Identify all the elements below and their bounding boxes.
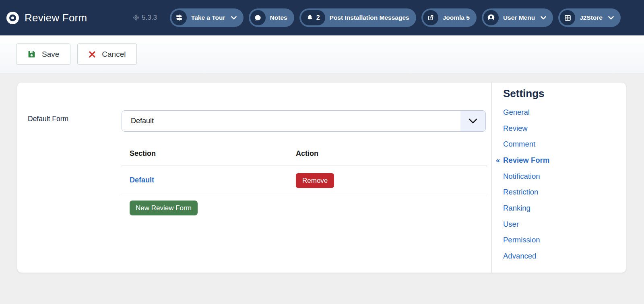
column-header-action: Action <box>296 149 318 158</box>
table-divider <box>122 165 487 165</box>
settings-item-review-form[interactable]: « Review Form <box>503 152 620 168</box>
page-background: Default Form Default Section Action Defa… <box>0 73 644 304</box>
save-icon <box>27 50 36 58</box>
cancel-label: Cancel <box>102 50 126 59</box>
column-header-section: Section <box>130 149 156 158</box>
pill-label: Joomla 5 <box>443 14 470 21</box>
joomla-logo-icon: ⌘ <box>131 13 140 22</box>
select-value: Default <box>122 117 460 125</box>
table-divider <box>122 196 487 196</box>
settings-sidebar: Settings General Review Comment « Review… <box>503 87 620 264</box>
cancel-x-icon <box>89 51 96 58</box>
page-title: Review Form <box>25 12 87 24</box>
new-review-form-button[interactable]: New Review Form <box>130 201 198 215</box>
settings-item-ranking[interactable]: Ranking <box>503 200 620 216</box>
signpost-icon <box>171 10 187 25</box>
settings-item-general[interactable]: General <box>503 104 620 120</box>
settings-item-user[interactable]: User <box>503 216 620 232</box>
user-icon <box>483 10 499 25</box>
settings-heading: Settings <box>503 87 620 100</box>
chevron-down-icon <box>231 16 237 20</box>
action-toolbar: Save Cancel <box>0 35 644 73</box>
message-count: 2 <box>316 14 320 21</box>
header-pills: Take a Tour Notes 2 <box>170 8 621 27</box>
j2store-menu-button[interactable]: J2Store <box>558 8 621 27</box>
save-button[interactable]: Save <box>16 43 70 65</box>
notes-button[interactable]: Notes <box>249 8 294 27</box>
pill-label: Post Installation Messages <box>330 14 409 21</box>
chevron-down-icon <box>460 111 485 131</box>
grid-icon <box>560 10 575 25</box>
take-a-tour-button[interactable]: Take a Tour <box>170 8 244 27</box>
review-form-card: Default Form Default Section Action Defa… <box>17 83 626 273</box>
settings-item-restriction[interactable]: Restriction <box>503 184 620 200</box>
section-link[interactable]: Default <box>130 176 154 184</box>
active-item-marker: « <box>496 156 500 165</box>
default-form-select[interactable]: Default <box>122 110 486 132</box>
user-menu-button[interactable]: User Menu <box>482 8 553 27</box>
settings-item-notification[interactable]: Notification <box>503 168 620 184</box>
bell-icon <box>306 14 314 21</box>
joomla-version: ⌘ 5.3.3 <box>133 14 157 22</box>
notification-badge: 2 <box>301 10 325 25</box>
version-number: 5.3.3 <box>142 14 157 22</box>
settings-item-permission[interactable]: Permission <box>503 232 620 248</box>
speech-bubble-icon <box>250 10 266 25</box>
settings-item-comment[interactable]: Comment <box>503 136 620 152</box>
post-installation-messages-button[interactable]: 2 Post Installation Messages <box>299 8 416 27</box>
settings-item-review[interactable]: Review <box>503 120 620 136</box>
pill-label: Notes <box>270 14 287 21</box>
external-link-icon <box>423 10 438 25</box>
settings-item-advanced[interactable]: Advanced <box>503 248 620 264</box>
content-sidebar-divider <box>491 83 492 273</box>
admin-header: Review Form ⌘ 5.3.3 Take a Tour <box>0 0 644 35</box>
settings-nav: General Review Comment « Review Form Not… <box>503 104 620 264</box>
default-form-label: Default Form <box>28 115 68 123</box>
joomla-site-button[interactable]: Joomla 5 <box>421 8 477 27</box>
pill-label: Take a Tour <box>191 14 225 21</box>
save-label: Save <box>42 50 59 59</box>
chevron-down-icon <box>541 16 546 20</box>
cancel-button[interactable]: Cancel <box>77 43 137 65</box>
brand: Review Form <box>6 12 87 24</box>
pill-label: J2Store <box>580 14 603 21</box>
chevron-down-icon <box>608 16 614 20</box>
review-form-icon <box>6 12 19 24</box>
remove-button[interactable]: Remove <box>296 173 334 188</box>
pill-label: User Menu <box>503 14 535 21</box>
